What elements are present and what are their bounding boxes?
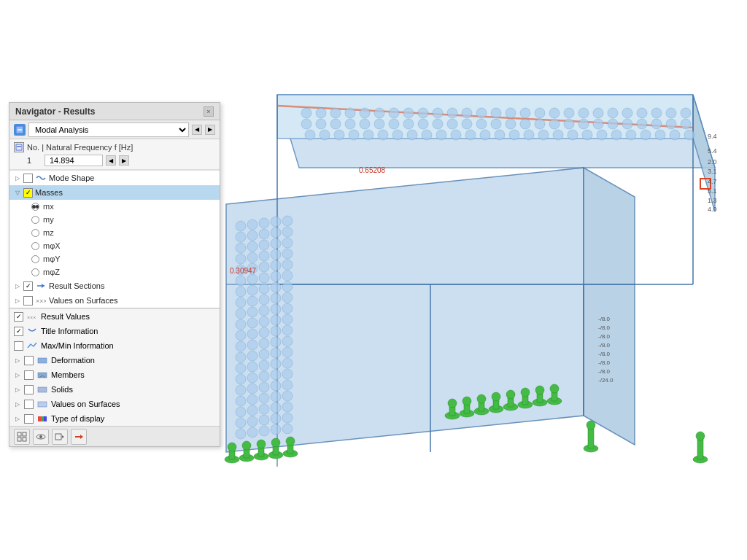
tree-item-mode-shape[interactable]: ▷ Mode Shape [9,171,220,185]
bottom-toolbar [9,426,220,446]
checkbox-mode-shape[interactable] [23,174,33,183]
svg-point-201 [242,441,251,450]
svg-text:-/8.0: -/8.0 [598,342,611,349]
expand-result-sections[interactable]: ▷ [14,282,21,289]
nav-prev-button[interactable]: ◀ [192,125,202,135]
svg-point-136 [259,218,269,228]
toolbar-arrow-button[interactable] [71,429,87,445]
checkbox-result-values[interactable]: ✓ [14,312,23,322]
svg-point-207 [271,438,280,447]
svg-point-42 [301,119,311,129]
svg-point-145 [259,316,269,327]
label-deformation: Deformation [51,356,95,365]
bottom-item-deformation[interactable]: ▷ Deformation [9,353,220,368]
svg-point-147 [259,338,269,349]
svg-point-168 [271,348,281,358]
radio-mphiy[interactable]: mφY [9,252,220,265]
analysis-dropdown[interactable]: Modal Analysis [28,122,189,137]
checkbox-solids[interactable] [24,385,34,394]
svg-point-46 [360,119,370,129]
checkbox-values-surfaces[interactable] [23,296,33,306]
bottom-item-solids[interactable]: ▷ Solids [9,382,220,397]
svg-text:-/8.0: -/8.0 [598,368,611,375]
svg-point-182 [282,281,293,292]
svg-text:4.0: 4.0 [708,206,717,213]
expand-masses[interactable]: ▽ [14,189,21,196]
radio-mz[interactable]: mz [9,226,220,239]
checkbox-masses[interactable]: ✓ [23,188,33,198]
radio-mphix[interactable]: mφX [9,239,220,252]
checkbox-maxmin[interactable] [14,341,23,351]
svg-point-219 [477,394,486,403]
bottom-item-result-values[interactable]: ✓ ××× Result Values [9,309,220,324]
toolbar-eye-button[interactable] [33,429,49,445]
svg-point-87 [568,130,578,140]
checkbox-type-display[interactable] [24,414,34,424]
svg-point-154 [259,415,269,425]
svg-point-72 [349,130,359,140]
radio-btn-mphiz[interactable] [31,268,39,276]
svg-point-37 [622,108,632,118]
svg-point-86 [553,130,563,140]
svg-point-234 [550,384,559,393]
svg-point-107 [236,341,246,351]
expand-values-surfaces[interactable]: ▷ [14,297,21,304]
checkbox-title-info[interactable]: ✓ [14,327,23,336]
svg-point-59 [549,119,560,129]
bottom-item-members[interactable]: ▷ Members [9,368,220,382]
maxmin-icon [26,341,38,350]
freq-up-arrow[interactable]: ▶ [119,155,129,166]
panel-close-button[interactable]: × [204,106,214,117]
tree-item-masses[interactable]: ▽ ✓ Masses [9,185,220,200]
radio-btn-my[interactable] [31,216,39,224]
svg-point-160 [271,260,281,271]
svg-rect-266 [38,373,47,378]
bottom-item-values-surfaces-2[interactable]: ▷ Values on Surfaces [9,397,220,411]
svg-point-70 [320,130,330,140]
radio-mx[interactable]: mx [9,200,220,213]
svg-point-228 [521,388,530,397]
toolbar-grid-button[interactable] [14,429,30,445]
svg-point-124 [247,307,258,317]
checkbox-deformation[interactable] [24,356,34,365]
checkbox-members[interactable] [24,370,34,380]
nav-next-button[interactable]: ▶ [205,125,215,135]
expand-solids[interactable]: ▷ [14,386,21,393]
analysis-selector-row: Modal Analysis ◀ ▶ [9,120,220,139]
svg-point-155 [259,426,269,436]
tree-item-result-sections[interactable]: ▷ ✓ Result Sections [9,279,220,293]
radio-btn-mphix[interactable] [31,242,39,250]
radio-btn-mz[interactable] [31,229,39,237]
svg-point-164 [271,304,281,314]
expand-type-display[interactable]: ▷ [14,415,21,422]
values-surfaces-2-icon [36,400,48,408]
radio-btn-mphiy[interactable] [31,255,39,263]
svg-marker-279 [62,435,64,438]
svg-point-121 [247,274,258,284]
svg-text:4.7: 4.7 [708,178,717,185]
tree-item-values-surfaces[interactable]: ▷ ××× Values on Surfaces [9,293,220,308]
svg-rect-268 [38,402,47,407]
expand-values-surfaces-2[interactable]: ▷ [14,400,21,408]
svg-point-277 [39,435,42,438]
svg-point-99 [236,254,246,264]
radio-btn-mx[interactable] [31,203,39,211]
svg-point-41 [681,108,691,118]
radio-mphiz[interactable]: mφZ [9,265,220,279]
radio-my[interactable]: my [9,213,220,226]
svg-point-151 [259,382,269,392]
svg-point-24 [433,108,443,118]
expand-mode-shape[interactable]: ▷ [14,174,21,182]
frequency-value-input[interactable] [44,155,103,166]
bottom-item-type-display[interactable]: ▷ Type of display [9,411,220,426]
svg-point-74 [378,130,388,140]
bottom-item-maxmin[interactable]: Max/Min Information [9,338,220,353]
checkbox-values-surfaces-2[interactable] [24,400,34,409]
expand-deformation[interactable]: ▷ [14,357,21,364]
expand-members[interactable]: ▷ [14,371,21,378]
label-maxmin: Max/Min Information [41,341,114,350]
checkbox-result-sections[interactable]: ✓ [23,281,33,291]
bottom-item-title-info[interactable]: ✓ Title Information [9,324,220,338]
freq-down-arrow[interactable]: ◀ [106,155,116,166]
toolbar-video-button[interactable] [52,429,68,445]
